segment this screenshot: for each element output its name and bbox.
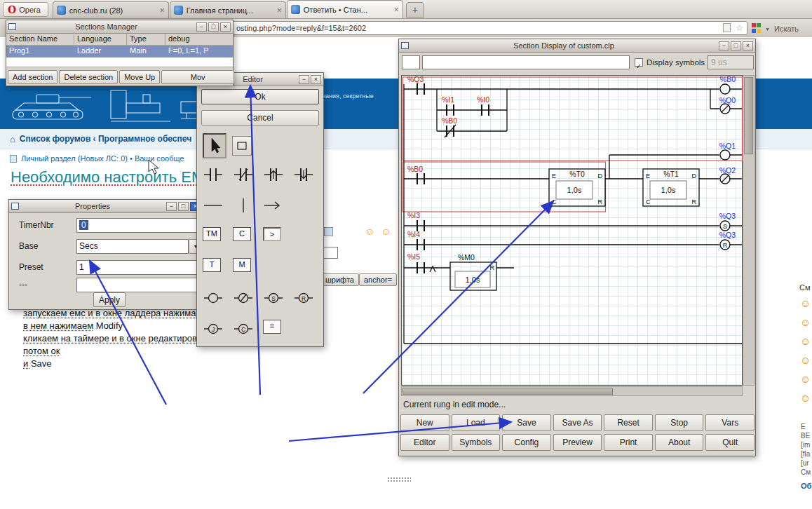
smiley-icon[interactable]: ☺ <box>800 297 811 309</box>
new-timer-block-tool[interactable]: T <box>203 258 221 272</box>
minimize-button[interactable]: − <box>166 202 177 211</box>
bookmark-star-icon[interactable]: ☆ <box>736 23 743 33</box>
save-button[interactable]: Save <box>502 414 551 431</box>
smiley-icon[interactable]: ☺ <box>365 226 374 237</box>
select-tool[interactable] <box>203 133 226 158</box>
print-button[interactable]: Print <box>604 434 653 451</box>
scrollbar-thumb[interactable] <box>744 77 753 154</box>
quit-button[interactable]: Quit <box>705 434 755 451</box>
resize-handle[interactable] <box>387 477 411 483</box>
vertical-wire-tool[interactable] <box>233 196 254 215</box>
minimize-button[interactable]: − <box>196 22 207 32</box>
minimize-button[interactable]: − <box>299 75 309 84</box>
coil-negated-tool[interactable] <box>233 289 254 307</box>
smiley-icon[interactable]: ☺ <box>800 335 811 347</box>
vars-button[interactable]: Vars <box>705 414 755 431</box>
contact-rising-edge-tool[interactable] <box>263 165 284 184</box>
minimize-button[interactable]: − <box>719 41 729 50</box>
contact-open-tool[interactable] <box>203 165 224 184</box>
preset-input[interactable]: 1 <box>76 260 203 275</box>
cancel-button[interactable]: Cancel <box>201 110 319 125</box>
tab-close-icon[interactable]: × <box>394 5 399 15</box>
column-header-section-name[interactable]: Section Name <box>6 34 74 45</box>
operate-block-tool[interactable]: = <box>263 320 281 334</box>
close-button[interactable]: × <box>220 22 231 32</box>
tab-close-icon[interactable]: × <box>160 6 165 15</box>
about-button[interactable]: About <box>655 434 704 451</box>
delete-section-button[interactable]: Delete section <box>59 70 118 84</box>
smiley-icon[interactable]: ☺ <box>800 373 811 385</box>
compare-block-tool[interactable]: > <box>263 227 281 241</box>
chevron-down-icon[interactable]: ▼ <box>765 27 770 32</box>
smiley-icon[interactable]: ☺ <box>800 392 811 404</box>
contact-falling-edge-tool[interactable] <box>293 165 314 184</box>
coil-reset-tool[interactable]: R <box>293 289 314 307</box>
toolbar-small-input[interactable] <box>323 247 338 259</box>
page-icon[interactable] <box>723 23 731 32</box>
new-tab-button[interactable]: + <box>406 2 424 18</box>
tab-close-icon[interactable]: × <box>277 6 282 15</box>
box-tool[interactable] <box>232 136 252 156</box>
move-up-button[interactable]: Move Up <box>119 70 160 84</box>
coil-call-tool[interactable]: C <box>233 320 254 338</box>
coil-set-tool[interactable]: S <box>263 289 284 307</box>
stop-button[interactable]: Stop <box>655 414 704 431</box>
maximize-button[interactable]: □ <box>178 202 189 211</box>
speed-dial-icon[interactable] <box>752 23 762 34</box>
maximize-button[interactable]: □ <box>208 22 219 32</box>
coil-jump-tool[interactable]: J <box>203 320 224 338</box>
apply-button[interactable]: Apply <box>93 292 126 307</box>
symbols-button[interactable]: Symbols <box>452 434 501 451</box>
rung-number-input[interactable] <box>402 55 420 69</box>
sections-manager-titlebar[interactable]: Sections Manager − □ × <box>6 20 233 34</box>
contact-closed-tool[interactable] <box>233 165 254 184</box>
smiley-icon[interactable]: ☺ <box>381 226 391 237</box>
scrollbar-thumb[interactable] <box>402 388 613 395</box>
maximize-button[interactable]: □ <box>731 41 741 50</box>
coil-tool[interactable] <box>203 289 224 307</box>
base-select[interactable]: Secs <box>76 239 189 254</box>
tab-main-page[interactable]: Главная страниц... × <box>170 1 286 18</box>
toolbar-icon[interactable] <box>324 227 333 236</box>
section-display-titlebar[interactable]: Section Display of custom.clp − □ × <box>399 39 755 53</box>
font-size-button[interactable]: шрифта <box>320 273 359 286</box>
properties-titlebar[interactable]: Properties − □ × <box>9 200 203 213</box>
monostable-block-tool[interactable]: M <box>233 258 251 272</box>
horizontal-scrollbar[interactable] <box>401 386 743 396</box>
new-button[interactable]: New <box>400 414 449 431</box>
timer-block-tool[interactable]: TM <box>203 227 221 241</box>
ladder-canvas[interactable]: %Q3 %I1 %I0 %B0 %B0 %I3 %I4 %I5 %B0 %Q0 … <box>401 75 743 386</box>
move-down-button[interactable]: Mov <box>161 70 234 84</box>
user-links-text[interactable]: Личный раздел (Новых ЛС: 0) • Ваши сообщ… <box>21 154 184 163</box>
anchor-button[interactable]: anchor= <box>359 273 397 286</box>
preview-button[interactable]: Preview <box>553 434 602 451</box>
reset-button[interactable]: Reset <box>604 414 653 431</box>
long-connection-tool[interactable] <box>263 196 284 215</box>
tab-reply[interactable]: Ответить • Стан... × <box>287 0 403 18</box>
close-button[interactable]: × <box>311 75 321 84</box>
column-header-language[interactable]: Language <box>74 34 127 45</box>
breadcrumb-text[interactable]: Список форумов ‹ Программное обеспеч <box>20 134 191 144</box>
extra-input[interactable] <box>76 278 203 292</box>
add-section-button[interactable]: Add section <box>8 70 57 84</box>
opera-menu-button[interactable]: O Opera <box>3 2 48 17</box>
config-button[interactable]: Config <box>502 434 551 451</box>
counter-block-tool[interactable]: C <box>233 227 251 241</box>
column-header-debug[interactable]: debug <box>165 34 233 45</box>
smiley-icon[interactable]: ☺ <box>800 316 811 328</box>
search-input[interactable]: Искать <box>774 25 799 33</box>
close-button[interactable]: × <box>743 41 753 50</box>
smiley-icon[interactable]: ☺ <box>800 354 811 366</box>
load-button[interactable]: Load <box>452 414 501 431</box>
timernbr-input[interactable]: 0 <box>76 218 203 233</box>
table-row[interactable]: Prog1 Ladder Main F=0, L=1, P <box>6 46 233 57</box>
tab-cnc-club[interactable]: cnc-club.ru (28) × <box>53 1 169 18</box>
vertical-scrollbar[interactable] <box>743 75 755 386</box>
horizontal-wire-tool[interactable] <box>203 196 224 215</box>
display-symbols-checkbox[interactable]: ✓ <box>635 58 643 67</box>
ok-button[interactable]: Ok <box>201 89 319 104</box>
editor-button[interactable]: Editor <box>400 434 449 451</box>
rung-comment-input[interactable] <box>422 55 630 69</box>
save-as-button[interactable]: Save As <box>553 414 602 431</box>
column-header-type[interactable]: Type <box>127 34 165 45</box>
